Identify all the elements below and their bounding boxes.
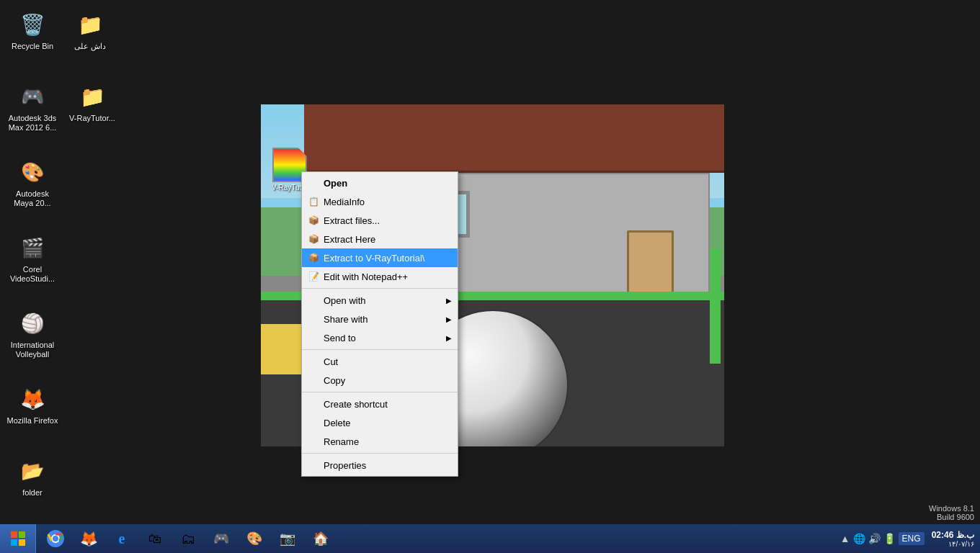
copy-label: Copy (324, 375, 345, 386)
dash-ali-label: داش علی (74, 42, 106, 51)
menu-item-mediainfo[interactable]: 📋 MediaInfo (302, 192, 458, 211)
divider-4 (302, 453, 458, 454)
firefox-desktop-icon[interactable]: 🦊 Mozilla Firefox (4, 382, 61, 428)
menu-item-rename[interactable]: Rename (302, 432, 458, 451)
extract-to-icon: 📦 (306, 251, 321, 265)
menu-item-create-shortcut[interactable]: Create shortcut (302, 395, 458, 413)
extract-files-icon: 📦 (306, 213, 321, 228)
corel-label: Corel VideoStudi... (6, 265, 58, 284)
recycle-bin-icon[interactable]: 🗑️ Recycle Bin (4, 7, 61, 54)
mediainfo-icon: 📋 (306, 194, 321, 209)
divider-3 (302, 392, 458, 392)
recycle-bin-image: 🗑️ (18, 10, 47, 39)
firefox-label: Mozilla Firefox (7, 416, 58, 426)
start-button[interactable] (0, 524, 36, 553)
extract-here-label: Extract Here (324, 234, 375, 245)
volleyball-image: 🏐 (18, 309, 47, 338)
create-shortcut-label: Create shortcut (324, 399, 388, 410)
language-indicator[interactable]: ENG (899, 532, 925, 545)
firefox-image: 🦊 (18, 385, 47, 413)
delete-label: Delete (324, 418, 351, 428)
extract-here-icon: 📦 (306, 232, 321, 246)
taskbar-explorer[interactable]: 🗂 (172, 525, 204, 552)
corel-icon[interactable]: 🎬 Corel VideoStudi... (4, 230, 61, 287)
rename-label: Rename (324, 436, 359, 447)
menu-item-send-to[interactable]: Send to ▶ (302, 328, 458, 347)
folder-icon[interactable]: 📂 folder (4, 454, 61, 500)
menu-item-share-with[interactable]: Share with ▶ (302, 310, 458, 328)
vray-label: V-RayTutor... (69, 114, 115, 123)
taskbar-ie[interactable]: e (106, 525, 138, 552)
share-with-arrow: ▶ (446, 315, 452, 323)
dash-ali-image: 📁 (76, 10, 104, 39)
taskbar-chrome[interactable] (40, 525, 71, 552)
menu-item-copy[interactable]: Copy (302, 371, 458, 390)
taskbar-3dsmax[interactable]: 🎮 (205, 525, 237, 552)
os-name: Windows 8.1 (929, 504, 974, 513)
svg-point-6 (53, 536, 58, 541)
os-info: Windows 8.1 Build 9600 (929, 504, 974, 521)
taskbar-tray: ▲ 🌐 🔊 🔋 ENG 02:46 ب.ظ ۱۴/۰۷/۱۶ (834, 530, 980, 548)
vray-image: 📁 (78, 82, 107, 111)
open-label: Open (324, 178, 347, 189)
svg-rect-2 (11, 539, 17, 546)
context-menu: Open 📋 MediaInfo 📦 Extract files... 📦 Ex… (301, 171, 458, 477)
taskbar-maya[interactable]: 🎨 (239, 525, 270, 552)
open-with-arrow: ▶ (446, 297, 452, 305)
open-with-label: Open with (324, 295, 366, 306)
send-to-label: Send to (324, 333, 356, 343)
extract-to-label: Extract to V-RayTutorial\ (324, 253, 424, 264)
notepad-icon: 📝 (306, 269, 321, 284)
volleyball-icon[interactable]: 🏐 International Volleyball (4, 306, 61, 362)
tray-network[interactable]: 🌐 (853, 533, 865, 544)
tray-volume[interactable]: 🔊 (868, 533, 881, 544)
autodesk-3ds-icon[interactable]: 🎮 Autodesk 3ds Max 2012 6... (4, 79, 61, 135)
taskbar-store[interactable]: 🛍 (139, 525, 171, 552)
menu-item-properties[interactable]: Properties (302, 456, 458, 475)
divider-1 (302, 288, 458, 289)
os-build: Build 9600 (929, 513, 974, 521)
taskbar: 🦊 e 🛍 🗂 🎮 🎨 📷 🏠 ▲ 🌐 🔊 🔋 ENG 02:46 ب.ظ (0, 524, 980, 553)
extract-files-label: Extract files... (324, 215, 380, 226)
folder-label: folder (22, 488, 43, 498)
clock-date: ۱۴/۰۷/۱۶ (932, 540, 974, 548)
edit-notepad-label: Edit with Notepad++ (324, 271, 408, 282)
taskbar-firefox[interactable]: 🦊 (73, 525, 104, 552)
tray-battery[interactable]: 🔋 (883, 533, 896, 544)
menu-item-extract-to[interactable]: 📦 Extract to V-RayTutorial\ (302, 248, 458, 267)
menu-item-extract-files[interactable]: 📦 Extract files... (302, 211, 458, 230)
autodesk-3ds-image: 🎮 (18, 82, 47, 111)
mediainfo-label: MediaInfo (324, 197, 365, 207)
autodesk-maya-image: 🎨 (18, 158, 47, 186)
autodesk-3ds-label: Autodesk 3ds Max 2012 6... (6, 114, 58, 132)
folder-image: 📂 (18, 457, 47, 485)
menu-item-open-with[interactable]: Open with ▶ (302, 291, 458, 310)
properties-label: Properties (324, 460, 366, 471)
corel-image: 🎬 (18, 233, 47, 262)
tray-chevron[interactable]: ▲ (840, 533, 850, 544)
clock-time: 02:46 ب.ظ (932, 530, 974, 540)
divider-2 (302, 349, 458, 350)
menu-item-open[interactable]: Open (302, 174, 458, 192)
volleyball-label: International Volleyball (6, 341, 58, 359)
vray-icon[interactable]: 📁 V-RayTutor... (63, 79, 121, 126)
svg-rect-1 (19, 531, 25, 538)
autodesk-maya-label: Autodesk Maya 20... (6, 189, 58, 208)
menu-item-extract-here[interactable]: 📦 Extract Here (302, 230, 458, 248)
cut-label: Cut (324, 356, 338, 367)
svg-rect-3 (19, 539, 25, 546)
recycle-bin-label: Recycle Bin (12, 42, 53, 51)
dash-ali-icon[interactable]: 📁 داش علی (61, 7, 119, 54)
menu-item-delete[interactable]: Delete (302, 413, 458, 432)
taskbar-lumion[interactable]: 🏠 (305, 525, 337, 552)
menu-item-cut[interactable]: Cut (302, 352, 458, 371)
menu-item-edit-notepad[interactable]: 📝 Edit with Notepad++ (302, 267, 458, 286)
send-to-arrow: ▶ (446, 334, 452, 342)
desktop: 🗑️ Recycle Bin 📁 داش علی 🎮 Autodesk 3ds … (0, 0, 980, 553)
share-with-label: Share with (324, 314, 368, 325)
svg-rect-0 (11, 531, 17, 538)
taskbar-apps: 🦊 e 🛍 🗂 🎮 🎨 📷 🏠 (36, 525, 834, 552)
taskbar-photoshop[interactable]: 📷 (272, 525, 303, 552)
autodesk-maya-icon[interactable]: 🎨 Autodesk Maya 20... (4, 155, 61, 211)
system-clock[interactable]: 02:46 ب.ظ ۱۴/۰۷/۱۶ (932, 530, 974, 548)
